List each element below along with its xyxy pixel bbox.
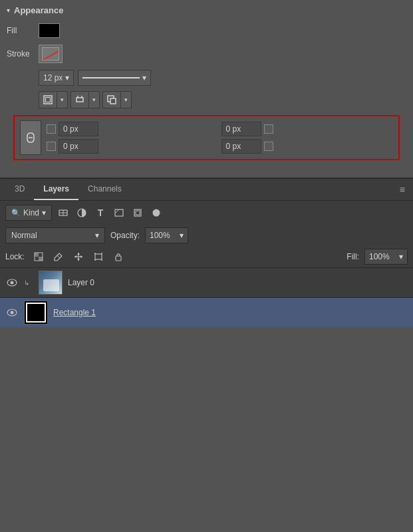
shape-filter-icon[interactable] [112,205,126,220]
stroke-size-chevron: ▾ [65,73,69,82]
top-left-checkbox[interactable] [47,124,56,134]
svg-line-21 [57,255,60,258]
pixel-filter-icon[interactable] [56,205,70,220]
svg-marker-24 [77,253,80,255]
top-left-cell [47,122,219,136]
bottom-left-input[interactable] [59,139,98,154]
link-icon [25,131,36,144]
corner-btn-group-1: ▾ [39,91,68,108]
circle-icon [152,208,161,217]
stroke-swatch[interactable] [39,45,63,63]
kind-dropdown[interactable]: 🔍 Kind ▾ [5,205,52,221]
collapse-icon[interactable]: ▾ [7,7,10,14]
link-corners-btn[interactable] [20,120,41,155]
lock-row: Lock: [0,246,413,267]
fill-swatch[interactable] [39,23,60,38]
tab-channels[interactable]: Channels [78,179,131,200]
type-filter-icon[interactable]: T [93,205,108,220]
bottom-right-input[interactable] [221,139,261,154]
opacity-dropdown[interactable]: 100% ▾ [145,227,188,243]
transform-icon [107,95,116,104]
svg-line-14 [115,209,119,213]
layer-rect1-thumb [25,301,47,324]
appearance-panel: ▾ Appearance Fill Stroke 12 px ▾ ▾ [0,0,413,178]
stroke-inner [42,47,59,61]
fill-label: Fill [7,26,33,35]
corner-style-btn[interactable] [39,91,57,108]
panel-title: Appearance [14,5,63,15]
filter-row: 🔍 Kind ▾ T [0,201,413,225]
circle-half-icon [76,207,87,218]
svg-marker-26 [74,255,76,258]
tab-layers[interactable]: Layers [34,179,78,200]
color-filter-icon[interactable] [149,205,164,220]
top-right-checkbox[interactable] [264,124,273,134]
layer-0-name: Layer 0 [68,278,94,287]
svg-point-35 [11,281,14,285]
lock-all-icon[interactable] [111,249,126,264]
corner-style-icon [43,95,53,104]
panel-menu-icon[interactable]: ≡ [397,182,408,198]
smartobject-filter-icon[interactable] [130,205,145,220]
type-icon: T [98,207,104,218]
fill-dropdown[interactable]: 100% ▾ [364,249,408,265]
svg-rect-6 [110,98,116,104]
kind-chevron: ▾ [42,208,46,217]
layer-0-photo-thumb [39,271,62,294]
smartobj-icon [132,207,143,218]
lock-position-icon[interactable] [71,249,86,264]
stroke-size-dropdown[interactable]: 12 px ▾ [39,70,74,86]
lock-image-icon[interactable] [51,249,66,264]
layer-item-rect1[interactable]: Rectangle 1 [0,298,413,327]
svg-rect-2 [76,98,83,102]
svg-point-37 [11,311,14,315]
adjustment-filter-icon[interactable] [74,205,89,220]
svg-rect-33 [116,256,121,261]
lock-artboard-icon[interactable] [91,249,106,264]
stroke-style-dropdown[interactable]: ▾ [78,70,151,86]
move-icon [74,252,83,261]
svg-rect-16 [136,211,140,215]
align-btn-group: ▾ [70,91,100,108]
corner-inputs-grid [47,122,393,154]
svg-rect-19 [35,253,39,257]
panel-header: ▾ Appearance [7,5,406,15]
stroke-style-chevron: ▾ [142,73,146,82]
bottom-right-checkbox[interactable] [264,142,273,151]
stroke-size-value: 12 px [43,73,63,82]
stroke-size-row: 12 px ▾ ▾ [39,70,406,86]
bottom-right-cell [221,139,394,154]
svg-point-17 [153,209,160,217]
opacity-value: 100% [150,231,170,240]
lock-pixels-icon[interactable] [31,249,46,264]
fill-row: Fill [7,23,406,38]
svg-rect-0 [44,96,52,104]
top-right-cell [221,122,394,136]
tab-3d[interactable]: 3D [5,179,34,200]
bottom-left-checkbox[interactable] [47,142,56,151]
blend-mode-row: Normal ▾ Opacity: 100% ▾ [0,225,413,246]
eye-icon-0 [7,279,17,287]
transform-dropdown[interactable]: ▾ [121,91,132,108]
svg-rect-13 [115,209,123,216]
align-dropdown[interactable]: ▾ [89,91,100,108]
fill-value: 100% [369,252,390,261]
layer-item-0[interactable]: ↳ Layer 0 [0,268,413,297]
svg-rect-28 [95,254,102,259]
stroke-label: Stroke [7,49,33,59]
blend-mode-dropdown[interactable]: Normal ▾ [5,227,105,243]
transform-btn[interactable] [102,91,121,108]
layer-0-visibility[interactable] [5,276,19,289]
layer-rect1-visibility[interactable] [5,306,19,319]
align-icon [75,95,84,104]
fill-chevron: ▾ [399,252,403,261]
search-icon: 🔍 [11,209,21,217]
kind-label: Kind [23,208,39,217]
bottom-left-cell [47,139,219,154]
lock-label: Lock: [5,252,25,261]
top-right-input[interactable] [221,122,261,136]
top-left-input[interactable] [59,122,98,136]
corner-style-dropdown[interactable]: ▾ [57,91,68,108]
align-btn[interactable] [70,91,89,108]
paintbrush-icon [54,252,63,261]
